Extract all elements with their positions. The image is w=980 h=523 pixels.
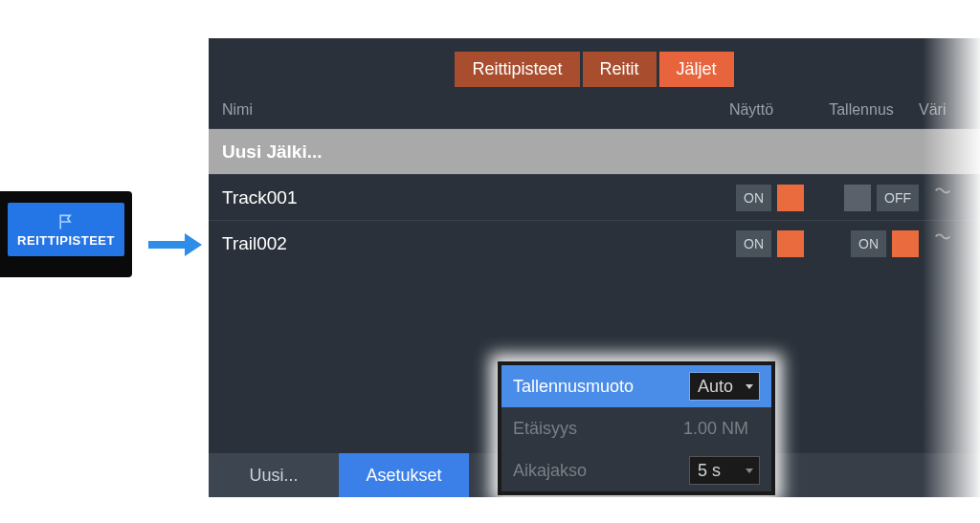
- tab-routes[interactable]: Reitit: [583, 52, 657, 87]
- waypoints-menu-label: REITTIPISTEET: [17, 233, 115, 248]
- svg-marker-3: [746, 469, 753, 473]
- display-toggle-swatch[interactable]: [777, 185, 804, 211]
- trail-name: Trail002: [222, 233, 699, 254]
- distance-label: Etäisyys: [513, 419, 683, 439]
- tab-bar: Reittipisteet Reitit Jäljet: [209, 38, 980, 92]
- settings-popup: Tallennusmuoto Auto Etäisyys 1.00 NM Aik…: [498, 361, 775, 495]
- settings-button[interactable]: Asetukset: [339, 453, 469, 497]
- settings-distance-row: Etäisyys 1.00 NM: [501, 407, 771, 449]
- new-trail-label: Uusi Jälki...: [222, 142, 967, 163]
- display-toggle-swatch[interactable]: [777, 230, 804, 257]
- save-toggle-swatch[interactable]: [844, 185, 871, 211]
- save-toggle-label[interactable]: ON: [851, 230, 886, 257]
- svg-marker-1: [185, 233, 202, 256]
- svg-marker-2: [746, 384, 753, 389]
- column-save: Tallennus: [804, 101, 919, 119]
- period-value: 5 s: [698, 461, 721, 481]
- arrow-icon: [148, 231, 202, 262]
- tab-trails[interactable]: Jäljet: [659, 52, 734, 87]
- save-format-label: Tallennusmuoto: [513, 377, 689, 397]
- edit-icon[interactable]: [932, 230, 953, 256]
- tab-waypoints[interactable]: Reittipisteet: [455, 52, 579, 87]
- column-color: Väri: [919, 101, 967, 119]
- save-toggle-swatch[interactable]: [892, 230, 919, 257]
- save-format-value: Auto: [698, 377, 733, 397]
- period-dropdown[interactable]: 5 s: [689, 456, 760, 485]
- table-row[interactable]: Trail002 ON ON: [209, 220, 980, 266]
- save-toggle-label[interactable]: OFF: [877, 185, 919, 211]
- chevron-down-icon: [744, 377, 755, 397]
- save-format-dropdown[interactable]: Auto: [689, 372, 760, 401]
- trail-name: Track001: [222, 187, 699, 208]
- side-menu-panel: REITTIPISTEET: [0, 191, 132, 277]
- table-row[interactable]: Track001 ON OFF: [209, 174, 980, 220]
- new-trail-row[interactable]: Uusi Jälki...: [209, 128, 980, 174]
- period-label: Aikajakso: [513, 461, 689, 481]
- settings-period-row[interactable]: Aikajakso 5 s: [501, 449, 771, 491]
- distance-value: 1.00 NM: [683, 419, 760, 439]
- table-header: Nimi Näyttö Tallennus Väri: [209, 92, 980, 128]
- new-button[interactable]: Uusi...: [209, 453, 339, 497]
- flag-icon: [56, 212, 76, 231]
- column-name: Nimi: [222, 101, 699, 119]
- waypoints-menu-button[interactable]: REITTIPISTEET: [8, 203, 124, 256]
- edit-icon[interactable]: [932, 185, 953, 210]
- column-display: Näyttö: [699, 101, 804, 119]
- settings-save-format-row[interactable]: Tallennusmuoto Auto: [501, 365, 771, 407]
- display-toggle-label[interactable]: ON: [736, 230, 771, 257]
- display-toggle-label[interactable]: ON: [736, 185, 771, 211]
- chevron-down-icon: [744, 461, 755, 481]
